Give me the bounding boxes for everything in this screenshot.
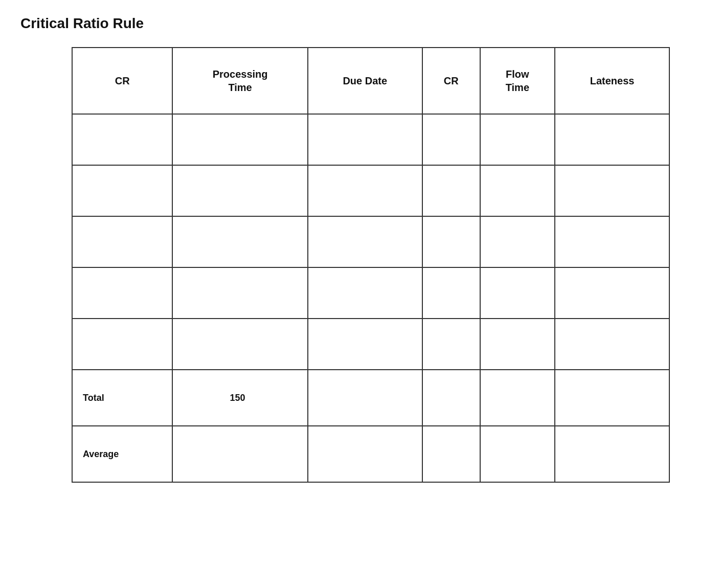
row4-lateness xyxy=(555,267,669,319)
total-flow-time xyxy=(480,370,555,426)
row5-processing-time xyxy=(172,319,307,370)
row2-flow-time xyxy=(480,165,555,216)
total-label: Total xyxy=(72,370,172,426)
col-header-processing-time: ProcessingTime xyxy=(172,48,307,114)
table-wrapper: CR ProcessingTime Due Date CR FlowTime L… xyxy=(72,47,670,483)
col-header-cr2: CR xyxy=(422,48,480,114)
row1-processing-time xyxy=(172,114,307,165)
row3-cr2 xyxy=(422,216,480,267)
row4-due-date xyxy=(308,267,422,319)
row5-lateness xyxy=(555,319,669,370)
total-lateness xyxy=(555,370,669,426)
row1-cr2 xyxy=(422,114,480,165)
row2-processing-time xyxy=(172,165,307,216)
row4-flow-time xyxy=(480,267,555,319)
row1-due-date xyxy=(308,114,422,165)
total-due-date xyxy=(308,370,422,426)
col-header-lateness: Lateness xyxy=(555,48,669,114)
table-row xyxy=(72,319,669,370)
row3-lateness xyxy=(555,216,669,267)
average-cr2 xyxy=(422,426,480,482)
row5-flow-time xyxy=(480,319,555,370)
row2-cr xyxy=(72,165,172,216)
row2-lateness xyxy=(555,165,669,216)
average-row: Average xyxy=(72,426,669,482)
col-header-flow-time: FlowTime xyxy=(480,48,555,114)
average-processing-time xyxy=(172,426,307,482)
col-header-due-date: Due Date xyxy=(308,48,422,114)
row1-flow-time xyxy=(480,114,555,165)
total-processing-time: 150 xyxy=(172,370,307,426)
row3-processing-time xyxy=(172,216,307,267)
table-row xyxy=(72,165,669,216)
total-row: Total 150 xyxy=(72,370,669,426)
critical-ratio-table: CR ProcessingTime Due Date CR FlowTime L… xyxy=(72,47,670,483)
row3-flow-time xyxy=(480,216,555,267)
table-row xyxy=(72,267,669,319)
total-cr2 xyxy=(422,370,480,426)
row4-processing-time xyxy=(172,267,307,319)
row1-lateness xyxy=(555,114,669,165)
table-row xyxy=(72,216,669,267)
average-label: Average xyxy=(72,426,172,482)
average-due-date xyxy=(308,426,422,482)
col-header-cr: CR xyxy=(72,48,172,114)
page-title: Critical Ratio Rule xyxy=(20,15,701,32)
row2-cr2 xyxy=(422,165,480,216)
row1-cr xyxy=(72,114,172,165)
header-row: CR ProcessingTime Due Date CR FlowTime L… xyxy=(72,48,669,114)
average-flow-time xyxy=(480,426,555,482)
row4-cr2 xyxy=(422,267,480,319)
average-lateness xyxy=(555,426,669,482)
row4-cr xyxy=(72,267,172,319)
row3-cr xyxy=(72,216,172,267)
row3-due-date xyxy=(308,216,422,267)
row5-cr xyxy=(72,319,172,370)
row2-due-date xyxy=(308,165,422,216)
table-row xyxy=(72,114,669,165)
row5-due-date xyxy=(308,319,422,370)
row5-cr2 xyxy=(422,319,480,370)
